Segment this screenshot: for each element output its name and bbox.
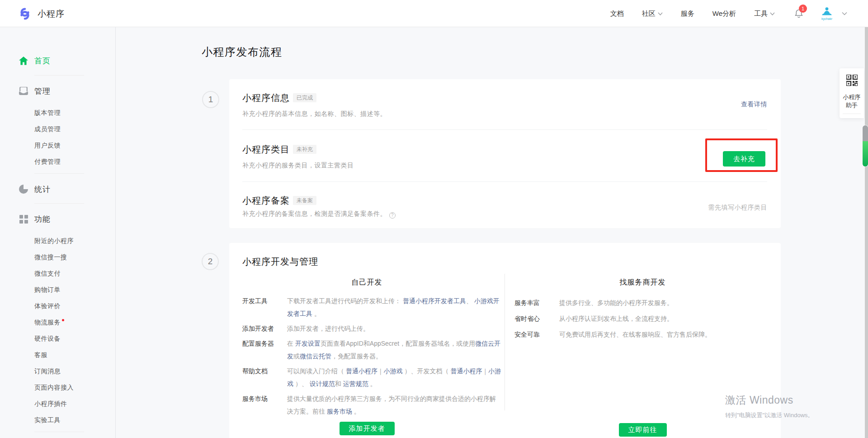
dev-row-4: 服务市场提供大量优质的小程序第三方服务，为不同行业的商家提供合适的小程序解决方案… <box>242 392 504 418</box>
sidebar-subitem-2-5[interactable]: 物流服务 <box>0 314 115 331</box>
sidebar-group-2[interactable]: 功能 <box>0 211 115 227</box>
dev-row-2: 配置服务器在 开发设置页面查看AppID和AppSecret，配置服务器域名，或… <box>242 337 504 362</box>
inline-link[interactable]: 服务市场 <box>327 408 352 415</box>
inbox-icon <box>19 87 28 95</box>
sidebar-subitem-2-3[interactable]: 购物订单 <box>0 282 115 298</box>
sidebar-divider <box>34 432 84 432</box>
nav-item-1[interactable]: 社区 <box>642 10 663 18</box>
sidebar-subitem-2-0[interactable]: 附近的小程序 <box>0 233 115 249</box>
header-nav: 文档社区服务We分析工具 1 kychakr <box>592 0 847 27</box>
miniprogram-assistant-widget[interactable]: 小程序 助手 <box>840 68 864 118</box>
miniprogram-category-row: 小程序类目 未补充 补充小程序的服务类目，设置主营类目 去补充 <box>242 129 767 181</box>
sidebar-divider <box>34 173 84 174</box>
provider-rows: 服务丰富提供多行业、多功能的小程序开发服务。省时省心从小程序认证到发布上线，全流… <box>514 296 768 344</box>
sidebar-subitem-0-1[interactable]: 成员管理 <box>0 121 115 138</box>
inline-link[interactable]: 开发设置 <box>295 340 321 347</box>
nav-item-3[interactable]: We分析 <box>712 10 736 18</box>
page-title: 小程序发布流程 <box>202 45 283 59</box>
notification-badge: 1 <box>799 5 807 13</box>
inline-link[interactable]: 运营规范 <box>343 380 368 387</box>
miniprogram-logo-icon <box>17 6 33 21</box>
sidebar-item-home[interactable]: 首页 <box>0 52 115 69</box>
inline-link[interactable]: 小游戏 <box>384 367 403 375</box>
nav-item-4[interactable]: 工具 <box>754 10 775 18</box>
sidebar: 首页管理版本管理成员管理用户反馈付费管理统计功能附近的小程序微信搜一搜微信支付购… <box>0 27 116 438</box>
annotation-red-box: 去补充 <box>705 138 778 172</box>
sidebar-subitem-2-6[interactable]: 硬件设备 <box>0 331 115 347</box>
self-develop-header: 自己开发 <box>229 278 505 287</box>
view-details-link[interactable]: 查看详情 <box>741 100 767 109</box>
assistant-label-line2: 助手 <box>840 101 864 110</box>
sidebar-subitem-0-0[interactable]: 版本管理 <box>0 105 115 121</box>
sidebar-group-1[interactable]: 统计 <box>0 181 115 197</box>
sidebar-group-0[interactable]: 管理 <box>0 83 115 99</box>
dev-row-1: 添加开发者添加开发者，进行代码上传。 <box>242 322 504 335</box>
sidebar-divider <box>34 75 84 76</box>
provider-row-0: 服务丰富提供多行业、多功能的小程序开发服务。 <box>514 296 768 309</box>
sidebar-subitem-2-9[interactable]: 页面内容接入 <box>0 380 115 396</box>
inline-link[interactable]: 普通小程序开发者工具 <box>403 297 466 305</box>
provider-row-1: 省时省心从小程序认证到发布上线，全流程支持。 <box>514 312 768 325</box>
sidebar-divider <box>34 203 84 204</box>
sidebar-subitem-2-10[interactable]: 小程序插件 <box>0 396 115 412</box>
self-develop-rows: 开发工具下载开发者工具进行代码的开发和上传： 普通小程序开发者工具、 小游戏开发… <box>242 295 504 420</box>
sidebar-subitem-2-2[interactable]: 微信支付 <box>0 266 115 282</box>
status-badge: 未备案 <box>293 196 316 205</box>
notification-bell-button[interactable]: 1 <box>794 8 804 19</box>
nav-item-2[interactable]: 服务 <box>681 10 694 18</box>
step-2-card: 小程序开发与管理 自己开发 找服务商开发 开发工具下载开发者工具进行代码的开发和… <box>229 243 781 438</box>
miniprogram-info-row: 小程序信息 已完成 补充小程序的基本信息，如名称、图标、描述等。 查看详情 <box>242 79 767 129</box>
miniprogram-filing-row: 小程序备案 未备案 补充小程序的备案信息，检测是否满足备案条件。? 需先填写小程… <box>242 181 767 228</box>
inline-link[interactable]: 微信云托管 <box>300 352 331 360</box>
go-now-button[interactable]: 立即前往 <box>619 423 667 437</box>
help-icon[interactable]: ? <box>389 212 396 219</box>
dev-management-title: 小程序开发与管理 <box>242 256 318 268</box>
account-chevron-down-icon[interactable] <box>842 12 847 15</box>
status-badge: 已完成 <box>293 93 316 102</box>
column-divider <box>505 274 505 410</box>
red-dot-badge <box>62 319 64 321</box>
avatar-image <box>821 7 833 17</box>
step-2-number: 2 <box>202 253 219 270</box>
find-provider-header: 找服务商开发 <box>505 278 781 287</box>
inline-link[interactable]: 普通小程序 <box>450 367 482 375</box>
scrollbar-thumb[interactable] <box>863 125 868 167</box>
grid-icon <box>19 215 28 224</box>
sidebar-subitem-0-2[interactable]: 用户反馈 <box>0 138 115 154</box>
fill-category-button[interactable]: 去补充 <box>723 151 765 167</box>
scrollbar-track[interactable] <box>865 0 868 438</box>
sidebar-subitem-0-3[interactable]: 付费管理 <box>0 154 115 170</box>
row-title: 小程序备案 未备案 <box>242 195 316 206</box>
provider-row-2: 安全可靠可免费试用后再支付、在线客服响应、官方售后保障。 <box>514 328 768 341</box>
row-title: 小程序类目 未补充 <box>242 144 316 155</box>
step-1-card: 小程序信息 已完成 补充小程序的基本信息，如名称、图标、描述等。 查看详情 小程… <box>229 79 781 228</box>
status-badge: 未补充 <box>293 145 316 154</box>
nav-item-0[interactable]: 文档 <box>610 10 624 18</box>
inline-link[interactable]: 小游戏开发者工具 <box>287 297 500 317</box>
sidebar-subitem-2-1[interactable]: 微信搜一搜 <box>0 249 115 266</box>
top-header: 小程序 文档社区服务We分析工具 1 kychakr <box>0 0 868 27</box>
assistant-divider <box>843 114 861 114</box>
chevron-down-icon <box>658 12 663 15</box>
assistant-label-line1: 小程序 <box>840 93 864 101</box>
pie-icon <box>19 185 28 194</box>
sidebar-subitem-2-4[interactable]: 体验评价 <box>0 298 115 314</box>
app-logo[interactable]: 小程序 <box>17 6 65 21</box>
windows-activation-watermark: 激活 Windows 转到"电脑设置"以激活 Windows。 <box>725 393 814 419</box>
inline-link[interactable]: 普通小程序 <box>346 367 377 375</box>
sidebar-subitem-2-11[interactable]: 实验工具 <box>0 412 115 428</box>
user-avatar[interactable]: kychakr <box>819 7 835 25</box>
app-logo-text: 小程序 <box>38 8 65 20</box>
add-developer-button[interactable]: 添加开发者 <box>340 422 395 435</box>
qr-code-icon <box>846 75 858 88</box>
step-1-number: 1 <box>202 91 219 108</box>
sidebar-subitem-2-7[interactable]: 客服 <box>0 347 115 363</box>
row-description: 补充小程序的备案信息，检测是否满足备案条件。? <box>242 210 396 219</box>
chevron-down-icon <box>770 12 775 15</box>
row-description: 补充小程序的基本信息，如名称、图标、描述等。 <box>242 110 387 118</box>
dev-row-0: 开发工具下载开发者工具进行代码的开发和上传： 普通小程序开发者工具、 小游戏开发… <box>242 295 504 320</box>
sidebar-subitem-2-8[interactable]: 订阅消息 <box>0 363 115 380</box>
row-description: 补充小程序的服务类目，设置主营类目 <box>242 162 354 170</box>
inline-link[interactable]: 设计规范 <box>310 380 335 387</box>
prerequisite-note: 需先填写小程序类目 <box>708 204 768 212</box>
